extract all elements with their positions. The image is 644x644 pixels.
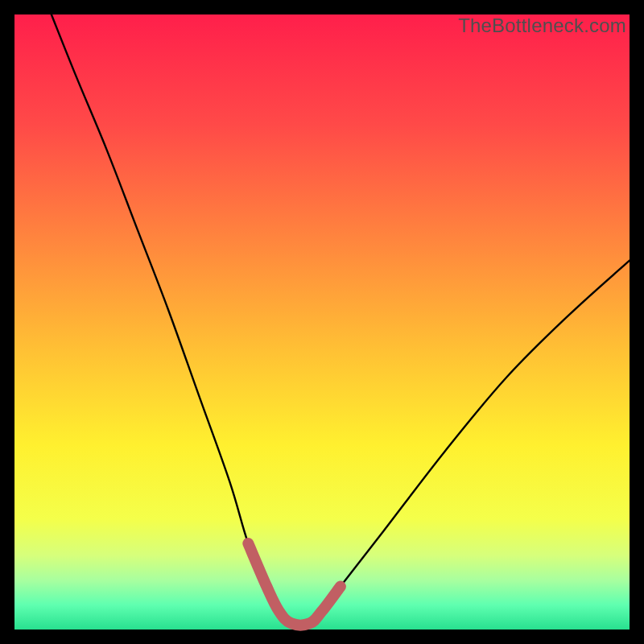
chart-frame: TheBottleneck.com xyxy=(0,0,644,644)
watermark-text: TheBottleneck.com xyxy=(458,14,626,37)
bottleneck-curve xyxy=(52,14,630,625)
plot-area xyxy=(14,14,630,630)
bottleneck-highlight xyxy=(248,543,341,625)
curve-layer xyxy=(14,14,630,630)
